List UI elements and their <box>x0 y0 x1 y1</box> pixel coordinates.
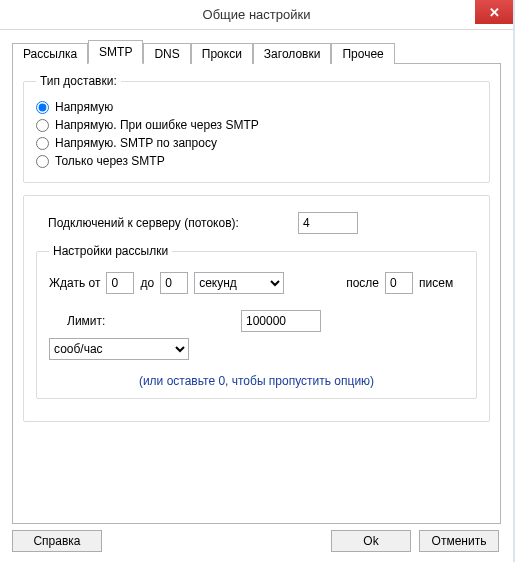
window-title: Общие настройки <box>203 7 311 22</box>
radio-direct-on-request-input[interactable] <box>36 137 49 150</box>
tab-panel-smtp: Тип доставки: Напрямую Напрямую. При оши… <box>12 64 501 524</box>
wait-from-label: Ждать от <box>49 276 100 290</box>
radio-direct-on-request[interactable]: Напрямую. SMTP по запросу <box>36 136 477 150</box>
limit-label: Лимит: <box>49 314 149 328</box>
sending-settings-legend: Настройки рассылки <box>49 244 172 258</box>
tab-dns[interactable]: DNS <box>143 43 190 64</box>
radio-direct-on-error-input[interactable] <box>36 119 49 132</box>
radio-direct-on-error[interactable]: Напрямую. При ошибке через SMTP <box>36 118 477 132</box>
sending-settings-group: Настройки рассылки Ждать от до секунд по… <box>36 244 477 399</box>
radio-smtp-only[interactable]: Только через SMTP <box>36 154 477 168</box>
connections-label: Подключений к серверу (потоков): <box>48 216 288 230</box>
after-label: после <box>346 276 379 290</box>
tab-strip: Рассылка SMTP DNS Прокси Заголовки Проче… <box>12 40 501 64</box>
tab-proxy[interactable]: Прокси <box>191 43 253 64</box>
limit-unit-select[interactable]: сооб/час <box>49 338 189 360</box>
ok-button[interactable]: Ok <box>331 530 411 552</box>
wait-unit-select[interactable]: секунд <box>194 272 284 294</box>
radio-direct-on-request-label: Напрямую. SMTP по запросу <box>55 136 217 150</box>
after-input[interactable] <box>385 272 413 294</box>
hint-text: (или оставьте 0, чтобы пропустить опцию) <box>49 374 464 388</box>
tab-headers[interactable]: Заголовки <box>253 43 332 64</box>
wait-from-input[interactable] <box>106 272 134 294</box>
close-button[interactable]: ✕ <box>475 0 513 24</box>
wait-to-label: до <box>140 276 154 290</box>
radio-smtp-only-label: Только через SMTP <box>55 154 165 168</box>
radio-direct-label: Напрямую <box>55 100 113 114</box>
tab-other[interactable]: Прочее <box>331 43 394 64</box>
letters-label: писем <box>419 276 453 290</box>
delivery-type-group: Тип доставки: Напрямую Напрямую. При оши… <box>23 74 490 183</box>
tab-mailing[interactable]: Рассылка <box>12 43 88 64</box>
radio-direct[interactable]: Напрямую <box>36 100 477 114</box>
help-button[interactable]: Справка <box>12 530 102 552</box>
cancel-button[interactable]: Отменить <box>419 530 499 552</box>
radio-direct-input[interactable] <box>36 101 49 114</box>
wait-to-input[interactable] <box>160 272 188 294</box>
radio-smtp-only-input[interactable] <box>36 155 49 168</box>
connections-input[interactable] <box>298 212 358 234</box>
delivery-type-legend: Тип доставки: <box>36 74 121 88</box>
tab-smtp[interactable]: SMTP <box>88 40 143 64</box>
limit-input[interactable] <box>241 310 321 332</box>
radio-direct-on-error-label: Напрямую. При ошибке через SMTP <box>55 118 259 132</box>
connections-group: Подключений к серверу (потоков): Настрой… <box>23 195 490 422</box>
close-icon: ✕ <box>489 5 500 20</box>
